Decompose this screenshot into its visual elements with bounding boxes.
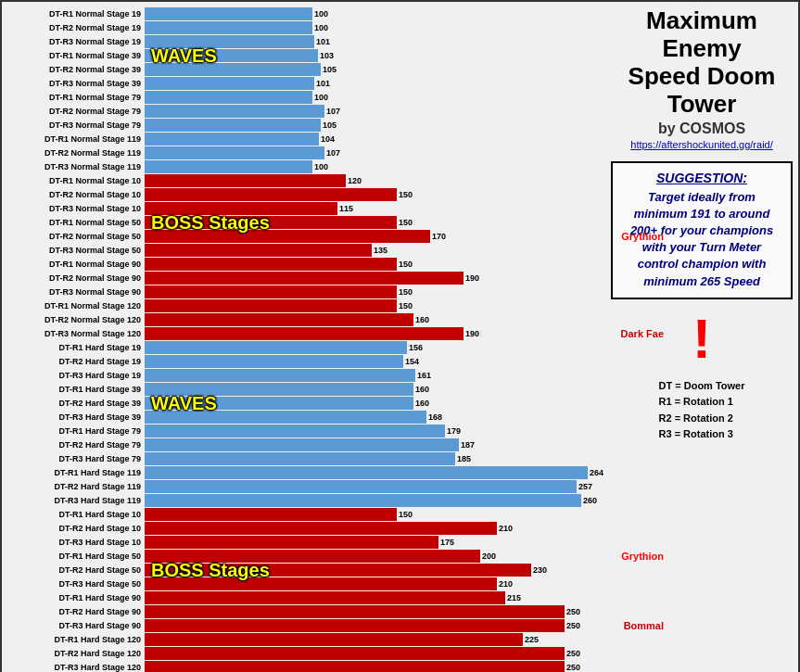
table-row: DT-R2 Normal Stage 90190 <box>7 272 603 285</box>
row-label: DT-R2 Normal Stage 10 <box>7 190 145 199</box>
bar <box>145 21 312 34</box>
row-label: DT-R2 Normal Stage 119 <box>7 148 145 158</box>
table-row: DT-R3 Normal Stage 50135 <box>7 244 603 257</box>
bar-container: 101 <box>145 77 603 90</box>
bar <box>145 160 312 173</box>
bar <box>145 174 346 187</box>
legend: DT = Doom Tower R1 = Rotation 1 R2 = Rot… <box>659 378 745 443</box>
row-label: DT-R2 Normal Stage 79 <box>7 107 145 116</box>
bar <box>145 522 497 535</box>
bar-container: 100 <box>145 160 603 173</box>
legend-item-4: R3 = Rotation 3 <box>659 426 745 443</box>
row-label: DT-R1 Normal Stage 90 <box>7 260 145 269</box>
bar <box>145 272 463 285</box>
bar-container: 150 <box>145 299 603 312</box>
bar-container: 107 <box>145 105 603 118</box>
bar-value: 250 <box>566 621 580 630</box>
bar <box>145 77 314 90</box>
bar-container: 264 <box>145 466 603 479</box>
bar-value: 250 <box>566 649 580 658</box>
bar-value: 150 <box>399 287 413 297</box>
bar <box>145 230 430 243</box>
bar-value: 187 <box>461 440 475 450</box>
row-label: DT-R2 Hard Stage 90 <box>7 607 145 616</box>
bar <box>145 397 413 410</box>
bar <box>145 133 319 146</box>
row-label: DT-R2 Hard Stage 79 <box>7 440 145 450</box>
bar-container: 250 <box>145 661 603 672</box>
bar <box>145 564 531 577</box>
bar-value: 120 <box>348 176 362 185</box>
table-row: DT-R3 Hard Stage 10175 <box>7 536 603 549</box>
link[interactable]: https://aftershockunited.gg/raid/ <box>630 139 772 150</box>
byline: by COSMOS <box>658 120 745 137</box>
bar <box>145 188 397 201</box>
bar <box>145 7 312 20</box>
bar-value: 250 <box>566 607 580 616</box>
row-label: DT-R3 Hard Stage 10 <box>7 538 145 547</box>
bar <box>145 494 581 507</box>
right-panel: Maximum EnemySpeed Doom Tower by COSMOS … <box>603 7 793 443</box>
bar-value: 161 <box>417 371 431 380</box>
table-row: DT-R1 Normal Stage 119104 <box>7 133 603 146</box>
bar-value: 105 <box>323 65 337 74</box>
bar-container: 160 <box>145 383 603 396</box>
row-label: DT-R3 Hard Stage 19 <box>7 371 145 380</box>
bar <box>145 313 413 326</box>
bar <box>145 327 463 340</box>
bar-value: 103 <box>320 51 334 60</box>
bar <box>145 119 321 132</box>
table-row: DT-R3 Normal Stage 120190Dark Fae <box>7 327 603 340</box>
bar-value: 104 <box>321 134 335 144</box>
table-row: DT-R2 Hard Stage 19154 <box>7 355 603 368</box>
bar <box>145 425 445 437</box>
row-label: DT-R3 Hard Stage 119 <box>7 496 145 505</box>
row-label: DT-R2 Normal Stage 39 <box>7 65 145 74</box>
bar-container: 260 <box>145 494 603 507</box>
exclamation-mark: ! <box>692 307 711 371</box>
row-label: DT-R1 Hard Stage 10 <box>7 510 145 519</box>
bar-container: 101 <box>145 35 603 48</box>
bar-value: 100 <box>314 93 328 102</box>
bar <box>145 355 403 368</box>
suggestion-title: SUGGESTION: <box>620 171 783 185</box>
bar-value: 185 <box>457 454 471 463</box>
legend-item-1: DT = Doom Tower <box>659 378 745 395</box>
row-label: DT-R2 Hard Stage 120 <box>7 649 145 658</box>
table-row: DT-R2 Normal Stage 119107 <box>7 146 603 159</box>
bar-value: 154 <box>405 357 419 366</box>
row-label: DT-R1 Normal Stage 19 <box>7 9 145 19</box>
row-label: DT-R2 Normal Stage 50 <box>7 232 145 241</box>
bar-container: 154 <box>145 355 603 368</box>
bar-value: 150 <box>399 301 413 311</box>
bar-value: 156 <box>409 343 423 352</box>
bar-container: 160 <box>145 313 603 326</box>
chart-area: DT-R1 Normal Stage 19100DT-R2 Normal Sta… <box>7 7 603 672</box>
bar-container: 103 <box>145 49 603 62</box>
bar-value: 210 <box>499 579 513 589</box>
table-row: DT-R1 Normal Stage 90150 <box>7 258 603 271</box>
bar <box>145 550 480 563</box>
table-row: DT-R2 Hard Stage 39160WAVES <box>7 397 603 410</box>
table-row: DT-R3 Normal Stage 19101 <box>7 35 603 48</box>
bar-container: 104 <box>145 133 603 146</box>
row-label: DT-R3 Hard Stage 50 <box>7 579 145 589</box>
row-label: DT-R1 Normal Stage 120 <box>7 301 145 311</box>
annotation-label: Grythion <box>621 231 664 242</box>
row-label: DT-R2 Hard Stage 10 <box>7 524 145 533</box>
bar <box>145 633 523 646</box>
bar <box>145 105 324 118</box>
bar <box>145 299 397 312</box>
table-row: DT-R3 Hard Stage 79185 <box>7 452 603 465</box>
row-label: DT-R1 Hard Stage 50 <box>7 552 145 561</box>
bar-container: 175 <box>145 536 603 549</box>
bar <box>145 216 397 229</box>
row-label: DT-R3 Normal Stage 120 <box>7 329 145 338</box>
bar <box>145 452 455 465</box>
annotation-label: Dark Fae <box>621 328 664 339</box>
bar-value: 150 <box>399 190 413 199</box>
bar-container: 250 <box>145 619 603 632</box>
table-row: DT-R1 Normal Stage 79100 <box>7 91 603 104</box>
table-row: DT-R1 Normal Stage 50150BOSS Stages <box>7 216 603 229</box>
row-label: DT-R1 Normal Stage 79 <box>7 93 145 102</box>
